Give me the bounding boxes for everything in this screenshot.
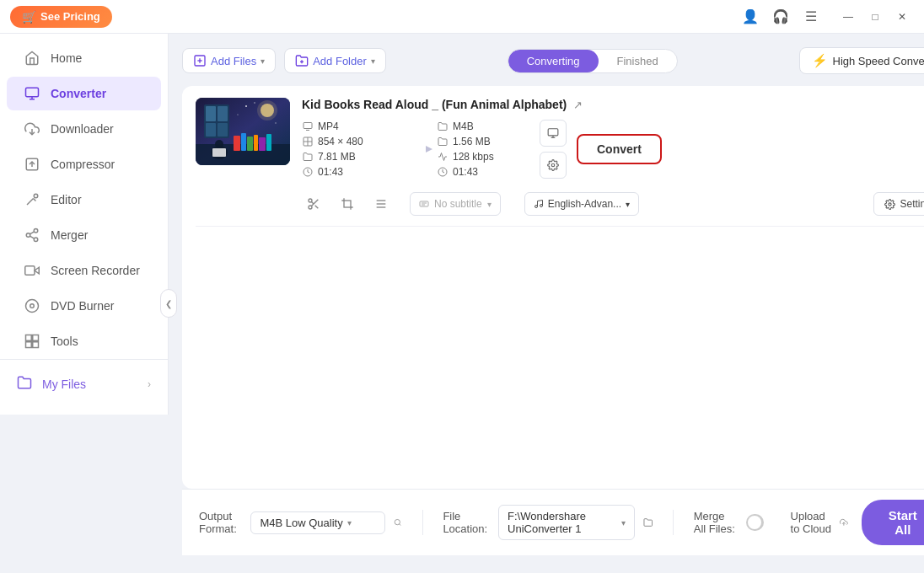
svg-point-36 [275,122,277,124]
cut-action-icon[interactable] [302,192,325,216]
sidebar-collapse-toggle[interactable]: ❮ [160,289,177,318]
converter-icon [24,85,40,102]
output-size-icon [437,136,449,147]
merge-label: Merge All Files: [694,510,738,535]
gear-settings-button[interactable] [540,152,567,179]
source-format: MP4 [302,120,395,132]
my-files-item[interactable]: My Files › [0,367,168,401]
svg-point-73 [535,206,537,208]
conversion-tabs: Converting Finished [508,49,678,73]
svg-rect-19 [26,342,32,348]
sidebar-item-converter[interactable]: Converter [7,77,161,110]
output-bitrate-label: 128 kbps [453,151,494,163]
svg-point-61 [309,199,312,202]
scan-icon[interactable] [394,516,401,529]
subtitle-label: No subtitle [434,198,482,210]
headset-icon[interactable]: 🎧 [769,5,792,29]
svg-rect-28 [206,106,216,121]
settings-row-button[interactable]: Settings [873,192,924,216]
output-format: M4B [437,120,529,132]
file-location-chevron: ▾ [621,518,626,527]
source-format-block: MP4 854 × 480 [302,120,395,178]
merge-toggle[interactable] [746,514,764,531]
start-all-button[interactable]: Start All [862,500,924,545]
main-content: Add Files ▾ Add Folder ▾ Converting Fini… [169,34,924,573]
merge-all-field: Merge All Files: [694,510,764,535]
my-files-icon [17,375,32,393]
close-button[interactable]: ✕ [890,5,914,29]
sidebar-wrapper: Home Converter Downloader [0,34,169,573]
output-duration: 01:43 [437,166,529,178]
svg-rect-0 [26,88,39,97]
subtitle-select[interactable]: No subtitle ▾ [410,192,501,216]
svg-point-10 [34,238,38,242]
output-format-icon [437,120,449,132]
user-icon[interactable]: 👤 [739,5,762,29]
external-link-icon[interactable]: ↗ [573,99,583,111]
add-folder-button[interactable]: Add Folder ▾ [284,48,386,73]
see-pricing-button[interactable]: 🛒 See Pricing [10,6,112,28]
svg-rect-57 [548,129,558,136]
output-format-label: M4B [453,120,474,132]
svg-line-12 [30,232,34,234]
titlebar: 🛒 See Pricing 👤 🎧 ☰ — □ ✕ [0,0,924,34]
tab-converting[interactable]: Converting [508,50,599,72]
minimize-button[interactable]: — [836,5,860,29]
see-pricing-label: See Pricing [40,10,100,23]
sidebar-item-dvd-burner-label: DVD Burner [51,299,114,313]
svg-rect-48 [304,123,312,129]
file-card: Kid Books Read Aloud _ (Fun Animal Alpha… [182,86,924,489]
my-files-label: My Files [42,378,86,391]
resolution-icon [302,136,314,147]
audio-select[interactable]: English-Advan... ▾ [524,192,639,216]
svg-point-14 [26,300,39,313]
convert-button[interactable]: Convert [577,134,662,164]
menu-icon[interactable]: ☰ [799,5,823,29]
maximize-button[interactable]: □ [863,5,887,29]
format-row: MP4 854 × 480 [302,120,924,179]
add-files-label: Add Files [211,55,256,67]
sidebar-item-screen-recorder[interactable]: Screen Recorder [7,254,161,287]
sidebar-item-home[interactable]: Home [7,41,161,75]
sidebar-item-editor[interactable]: Editor [7,183,161,217]
source-resolution-label: 854 × 480 [318,136,363,147]
source-size: 7.81 MB [302,151,395,163]
output-format-value: M4B Low Quality [260,517,342,529]
svg-line-64 [315,206,319,209]
output-format-chevron: ▾ [347,518,352,527]
add-files-button[interactable]: Add Files ▾ [182,48,276,73]
cloud-upload-icon[interactable] [840,515,848,530]
separator-2 [673,510,674,535]
svg-point-35 [254,102,255,104]
svg-point-74 [540,205,542,207]
tools-icon [24,333,40,350]
high-speed-button[interactable]: ⚡ High Speed Conversion [799,47,925,74]
crop-action-icon[interactable] [336,192,359,216]
settings-row-label: Settings [900,198,924,210]
file-location-value: F:\Wondershare UniConverter 1 [508,510,617,535]
folder-icon[interactable] [643,516,653,529]
output-format-select[interactable]: M4B Low Quality ▾ [250,511,385,534]
svg-rect-18 [33,342,39,348]
output-bitrate: 128 kbps [437,151,529,163]
output-format-field: Output Format: M4B Low Quality ▾ [199,510,402,535]
conversion-arrow [395,141,437,158]
sidebar-item-merger[interactable]: Merger [7,218,161,252]
svg-point-34 [245,105,247,107]
file-actions: No subtitle ▾ English-Advan... ▾ Setting… [302,184,924,216]
sidebar-item-dvd-burner[interactable]: DVD Burner [7,289,161,323]
separator-1 [422,510,423,535]
sidebar-item-tools[interactable]: Tools [7,324,161,358]
screen-recorder-icon [24,262,40,279]
effects-action-icon[interactable] [369,192,393,216]
sidebar-item-downloader[interactable]: Downloader [7,112,161,146]
svg-point-37 [237,114,238,115]
sidebar-item-compressor[interactable]: Compressor [7,147,161,181]
file-settings-button[interactable] [540,120,567,147]
file-location-select[interactable]: F:\Wondershare UniConverter 1 ▾ [498,505,635,540]
tab-finished[interactable]: Finished [599,50,677,72]
file-entry: Kid Books Read Aloud _ (Fun Animal Alpha… [196,98,924,227]
sidebar-item-home-label: Home [51,51,82,65]
file-location-label: File Location: [443,510,490,535]
settings-icon-block [540,120,567,179]
